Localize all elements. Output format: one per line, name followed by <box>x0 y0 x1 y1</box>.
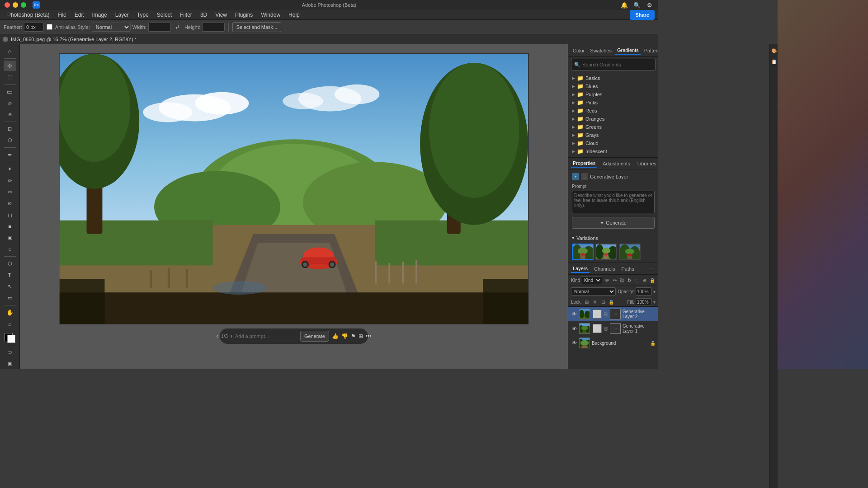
width-input[interactable] <box>148 23 171 32</box>
gradient-group-pinks[interactable]: ▶ 📁 Pinks <box>568 99 658 107</box>
layer-visibility-toggle[interactable]: 👁 <box>571 340 577 346</box>
menu-view[interactable]: View <box>212 11 231 19</box>
gradient-search-input[interactable] <box>582 62 652 67</box>
clone-tool[interactable]: ✂ <box>4 187 16 197</box>
tab-channels[interactable]: Channels <box>592 265 617 272</box>
layer-item-generative-1[interactable]: 👁 ⛓ ▭ Generative Layer 1 <box>568 321 658 336</box>
thumbs-down-button[interactable]: 👎 <box>341 331 348 341</box>
height-input[interactable] <box>202 23 225 32</box>
dodge-tool[interactable]: ○ <box>4 244 16 254</box>
pen-tool[interactable]: ⬡ <box>4 258 16 269</box>
generate-main-button[interactable]: ✦ Generate <box>572 217 655 229</box>
eyedropper-tool[interactable]: ✒ <box>4 150 16 160</box>
gradient-group-reds[interactable]: ▶ 📁 Reds <box>568 107 658 115</box>
text-tool[interactable]: T <box>4 270 16 280</box>
feather-input[interactable] <box>24 23 44 32</box>
gradient-group-basics[interactable]: ▶ 📁 Basics <box>568 74 658 82</box>
prompt-input[interactable] <box>235 333 297 339</box>
menu-edit[interactable]: Edit <box>71 11 88 19</box>
more-options-button[interactable]: ••• <box>366 331 372 341</box>
layer-mask-icon[interactable]: ⬚ <box>634 276 641 284</box>
layer-brush-icon[interactable]: ✏ <box>612 276 618 284</box>
blend-mode-select[interactable]: Normal Multiply Screen <box>571 287 616 296</box>
opacity-dropdown-icon[interactable]: ▾ <box>653 289 656 294</box>
close-button[interactable] <box>5 2 10 8</box>
opacity-input[interactable] <box>636 287 652 296</box>
tab-gradients[interactable]: Gradients <box>615 47 641 55</box>
notifications-icon[interactable]: 🔔 <box>619 0 629 10</box>
layers-menu-icon[interactable]: ≡ <box>646 264 656 273</box>
object-select-tool[interactable]: ⊕ <box>4 109 16 120</box>
flag-button[interactable]: ⚑ <box>351 331 356 341</box>
anti-alias-checkbox[interactable] <box>47 24 52 30</box>
lasso-tool[interactable]: ⌀ <box>4 98 16 108</box>
blur-tool[interactable]: ◉ <box>4 233 16 243</box>
eraser-tool[interactable]: ◻ <box>4 210 16 220</box>
quick-mask-tool[interactable]: ⬭ <box>4 347 16 357</box>
thumbs-up-button[interactable]: 👍 <box>332 331 339 341</box>
lock-position-icon[interactable]: ⊞ <box>584 299 590 305</box>
menu-photoshop[interactable]: Photoshop (Beta) <box>4 11 53 19</box>
layer-lock-icon[interactable]: 🔒 <box>649 276 656 284</box>
layer-visibility-toggle[interactable]: 👁 <box>571 311 577 317</box>
gradient-group-purples[interactable]: ▶ 📁 Purples <box>568 90 658 99</box>
menu-image[interactable]: Image <box>88 11 110 19</box>
frame-tool[interactable]: ⬡ <box>4 135 16 145</box>
maximize-button[interactable] <box>21 2 26 8</box>
adjust-button[interactable]: ⊞ <box>359 331 363 341</box>
tab-adjustments[interactable]: Adjustments <box>601 160 632 167</box>
shape-tool[interactable]: ▭ <box>4 293 16 303</box>
menu-plugins[interactable]: Plugins <box>231 11 256 19</box>
fill-input[interactable] <box>636 298 652 305</box>
next-page-button[interactable]: › <box>231 331 232 341</box>
tab-paths[interactable]: Paths <box>620 265 636 272</box>
generate-button[interactable]: Generate <box>300 331 329 342</box>
history-brush-tool[interactable]: ⊘ <box>4 198 16 209</box>
menu-filter[interactable]: Filter <box>176 11 196 19</box>
select-rect-tool[interactable]: ▭ <box>4 86 16 97</box>
screen-mode-tool[interactable]: ▣ <box>4 358 16 369</box>
crop-tool[interactable]: ⊡ <box>4 124 16 134</box>
menu-window[interactable]: Window <box>257 11 284 19</box>
swap-dimensions-icon[interactable]: ⇄ <box>173 22 183 32</box>
variation-thumb-3[interactable] <box>619 244 641 260</box>
home-tool[interactable]: ⌂ <box>4 46 16 56</box>
layer-adjust-icon[interactable]: ⊕ <box>642 276 648 284</box>
layer-link-icon[interactable]: ⛓ <box>619 276 626 284</box>
minimize-button[interactable] <box>13 2 18 8</box>
lock-artboard-icon[interactable]: ⊡ <box>600 299 606 305</box>
healing-tool[interactable]: ✦ <box>4 164 16 174</box>
path-select-tool[interactable]: ↖ <box>4 281 16 291</box>
menu-3d[interactable]: 3D <box>197 11 211 19</box>
layer-visibility-icon[interactable]: 👁 <box>604 276 611 284</box>
tab-properties[interactable]: Properties <box>571 160 597 168</box>
prev-page-button[interactable]: ‹ <box>217 331 218 341</box>
lock-all-icon[interactable]: 🔒 <box>608 299 614 305</box>
document-tab-title[interactable]: IMG_0660.jpeg @ 16.7% (Generative Layer … <box>11 37 137 42</box>
zoom-tool[interactable]: ⌕ <box>4 319 16 329</box>
menu-layer[interactable]: Layer <box>112 11 132 19</box>
menu-select[interactable]: Select <box>153 11 175 19</box>
hand-tool[interactable]: ✋ <box>4 307 16 318</box>
gradient-group-iridescent[interactable]: ▶ 📁 Iridescent <box>568 147 658 155</box>
fill-dropdown-icon[interactable]: ▾ <box>653 300 656 305</box>
artboard-tool[interactable]: ⬚ <box>4 72 16 82</box>
share-button[interactable]: Share <box>630 10 655 20</box>
lock-move-icon[interactable]: ✥ <box>592 299 598 305</box>
tab-libraries[interactable]: Libraries <box>636 160 658 167</box>
brush-tool[interactable]: ✏ <box>4 175 16 186</box>
layer-item-generative-2[interactable]: 👁 ⛓ ▭ Generative Layer 2 <box>568 307 658 321</box>
layer-kind-select[interactable]: Kind <box>581 276 602 284</box>
tab-close-button[interactable]: × <box>3 37 8 42</box>
gradient-group-oranges[interactable]: ▶ 📁 Oranges <box>568 115 658 123</box>
background-color[interactable] <box>7 335 15 343</box>
variation-thumb-2[interactable] <box>595 244 617 260</box>
gradient-group-cloud[interactable]: ▶ 📁 Cloud <box>568 139 658 147</box>
layer-item-background[interactable]: 👁 Background 🔒 <box>568 336 658 350</box>
tab-color[interactable]: Color <box>571 47 586 54</box>
layer-visibility-toggle[interactable]: 👁 <box>571 325 577 332</box>
style-select[interactable]: Normal Fixed Ratio Fixed Size <box>92 23 131 32</box>
gradient-group-blues[interactable]: ▶ 📁 Blues <box>568 82 658 90</box>
search-top-icon[interactable]: 🔍 <box>632 0 642 10</box>
prompt-textarea[interactable] <box>572 191 655 213</box>
